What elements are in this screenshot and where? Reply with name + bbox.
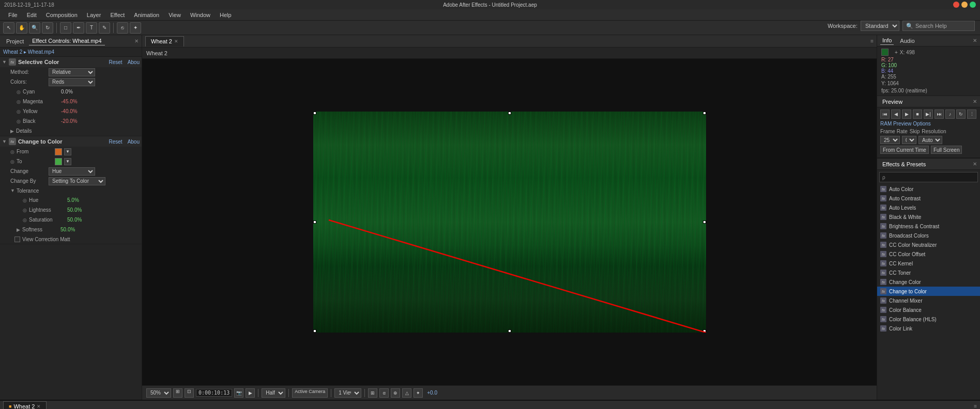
saturation-value[interactable]: 50.0%: [67, 217, 82, 223]
from-current-time-btn[interactable]: From Current Time: [880, 146, 929, 154]
puppet-btn[interactable]: ✦: [414, 388, 423, 398]
tool-clone[interactable]: ⎋: [117, 22, 128, 34]
quality-dropdown[interactable]: Half: [262, 388, 285, 398]
effect-item-5[interactable]: fxBroadcast Colors: [877, 231, 980, 240]
menu-layer[interactable]: Layer: [83, 11, 105, 19]
menu-help[interactable]: Help: [216, 11, 236, 19]
effects-search-input[interactable]: [879, 172, 978, 182]
comp-panel-close[interactable]: ≡: [870, 38, 874, 44]
transport-loop[interactable]: ↻: [956, 109, 966, 119]
from-color-arrow[interactable]: ▼: [64, 148, 71, 155]
breadcrumb-layer[interactable]: Wheat.mp4: [28, 49, 54, 55]
tool-pen[interactable]: ✒: [73, 22, 84, 34]
effect-item-14[interactable]: fxColor Balance (HLS): [877, 314, 980, 324]
effect-item-2[interactable]: fxAuto Levels: [877, 203, 980, 212]
full-screen-btn[interactable]: Full Screen: [931, 146, 962, 154]
comp-tab-wheat2[interactable]: Wheat 2 ✕: [145, 36, 184, 46]
lightness-value[interactable]: 50.0%: [67, 207, 82, 213]
transport-last[interactable]: ⏭: [935, 109, 944, 119]
preview-icon-btn[interactable]: ▶: [246, 388, 255, 398]
resolution-dropdown[interactable]: Auto: [918, 136, 942, 144]
tab-effect-controls[interactable]: Effect Controls: Wheat.mp4: [29, 37, 104, 45]
effect-item-15[interactable]: fxColor Link: [877, 324, 980, 333]
selective-color-reset[interactable]: Reset: [109, 59, 122, 65]
details-label[interactable]: Details: [16, 128, 52, 134]
from-color-swatch[interactable]: [55, 148, 62, 155]
method-dropdown[interactable]: Relative: [49, 68, 95, 76]
menu-animation[interactable]: Animation: [130, 11, 163, 19]
change-to-color-header[interactable]: ▼ fx Change to Color Reset Abou: [0, 136, 142, 147]
comp-viewer[interactable]: [142, 59, 877, 385]
effect-item-0[interactable]: fxAuto Color: [877, 184, 980, 194]
tab-preview[interactable]: Preview: [880, 98, 905, 106]
change-dropdown[interactable]: Hue: [49, 167, 95, 176]
overlay-btn[interactable]: ⊕: [391, 388, 400, 398]
tool-select[interactable]: ↖: [3, 22, 14, 34]
timeline-tab-close[interactable]: ✕: [37, 404, 41, 409]
to-color-swatch[interactable]: [55, 158, 62, 165]
transport-stop[interactable]: ■: [913, 109, 922, 119]
menu-file[interactable]: File: [4, 11, 22, 19]
left-panel-close[interactable]: ✕: [134, 38, 139, 44]
tab-project[interactable]: Project: [3, 37, 27, 45]
maximize-button[interactable]: [970, 2, 976, 8]
timeline-tab-wheat2[interactable]: ■ Wheat 2 ✕: [3, 401, 47, 409]
search-help-box[interactable]: 🔍 Search Help: [902, 21, 975, 31]
transport-prev-frame[interactable]: ◀: [891, 109, 900, 119]
comp-timecode[interactable]: 0:00:10:13: [196, 389, 232, 397]
tool-text[interactable]: T: [86, 22, 97, 34]
tool-hand[interactable]: ✋: [16, 22, 27, 34]
tolerance-header[interactable]: ▼ Tolerance: [0, 186, 142, 195]
black-value[interactable]: -20.0%: [61, 118, 78, 124]
tab-info[interactable]: Info: [880, 36, 894, 45]
close-button[interactable]: [953, 2, 959, 8]
effect-item-4[interactable]: fxBrightness & Contrast: [877, 222, 980, 231]
effect-item-10[interactable]: fxChange Color: [877, 277, 980, 287]
transport-play[interactable]: ▶: [902, 109, 911, 119]
frame-rate-dropdown[interactable]: 25: [880, 136, 900, 144]
workspace-dropdown[interactable]: Standard: [861, 21, 899, 31]
softness-value[interactable]: 50.0%: [60, 227, 75, 232]
tool-brush[interactable]: ✎: [99, 22, 110, 34]
menu-effect[interactable]: Effect: [106, 11, 129, 19]
effect-item-12[interactable]: fxChannel Mixer: [877, 296, 980, 305]
selective-color-header[interactable]: ▼ fx Selective Color Reset Abou: [0, 57, 142, 67]
to-color-arrow[interactable]: ▼: [64, 158, 71, 165]
change-to-color-reset[interactable]: Reset: [109, 139, 122, 145]
transport-next-frame[interactable]: ▶|: [924, 109, 933, 119]
effect-item-8[interactable]: fxCC Kernel: [877, 259, 980, 268]
effect-item-7[interactable]: fxCC Color Offset: [877, 249, 980, 259]
transport-options[interactable]: ⋮: [967, 109, 976, 119]
timeline-panel-close[interactable]: ≡: [974, 403, 977, 409]
effect-item-1[interactable]: fxAuto Contrast: [877, 194, 980, 203]
comp-tab-close[interactable]: ✕: [174, 39, 178, 44]
camera-label[interactable]: Active Camera: [292, 388, 328, 398]
ram-options-label[interactable]: RAM Preview Options: [880, 121, 977, 127]
hue-tol-value[interactable]: 5.0%: [67, 197, 79, 203]
effect-item-6[interactable]: fxCC Color Neutralizer: [877, 240, 980, 249]
render-btn[interactable]: △: [402, 388, 411, 398]
tab-audio[interactable]: Audio: [898, 37, 916, 45]
magenta-value[interactable]: -45.0%: [61, 99, 78, 104]
camera-icon-btn[interactable]: 📷: [234, 388, 243, 398]
tab-effects-presets[interactable]: Effects & Presets: [880, 160, 928, 168]
menu-edit[interactable]: Edit: [23, 11, 41, 19]
effects-panel-close[interactable]: ✕: [973, 161, 977, 167]
roi-btn[interactable]: ⊡: [185, 388, 194, 398]
transport-audio[interactable]: ♪: [945, 109, 955, 119]
grid-btn[interactable]: ⊞: [173, 388, 182, 398]
change-to-color-about[interactable]: Abou: [128, 139, 140, 145]
cyan-value[interactable]: 0.0%: [61, 89, 73, 95]
alpha-btn[interactable]: α: [379, 388, 389, 398]
effect-item-9[interactable]: fxCC Toner: [877, 268, 980, 277]
minimize-button[interactable]: [961, 2, 968, 8]
grid-icon-btn[interactable]: ⊞: [368, 388, 377, 398]
transport-first[interactable]: ⏮: [880, 109, 890, 119]
tool-rect[interactable]: □: [60, 22, 71, 34]
menu-view[interactable]: View: [164, 11, 185, 19]
view-correction-checkbox[interactable]: [14, 237, 20, 242]
views-dropdown[interactable]: 1 View: [334, 388, 361, 398]
colors-dropdown[interactable]: Reds: [49, 78, 95, 86]
change-by-dropdown[interactable]: Setting To Color: [49, 177, 105, 185]
effect-item-3[interactable]: fxBlack & White: [877, 212, 980, 222]
